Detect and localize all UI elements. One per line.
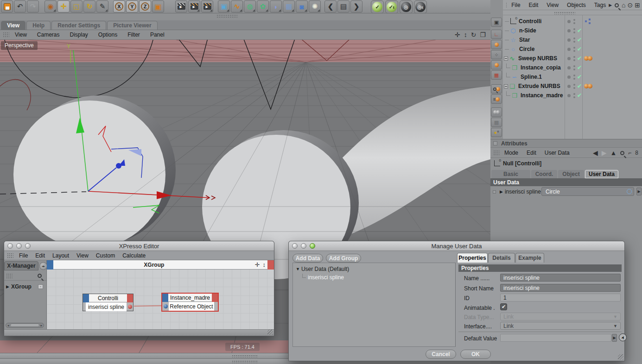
render-active-button[interactable]	[188, 0, 200, 13]
move-button[interactable]: ✛	[57, 0, 70, 13]
coordinate-system-button[interactable]: ▣	[152, 0, 164, 13]
object-row-controlli[interactable]: Controlli	[503, 17, 642, 26]
om-menu-file[interactable]: File	[511, 2, 520, 8]
xgroup-output-port-area[interactable]	[267, 260, 274, 270]
cancel-button[interactable]: Cancel	[426, 350, 456, 359]
user-data-section-header[interactable]: User Data	[490, 178, 642, 186]
om-home-icon[interactable]: ⌂	[622, 1, 625, 9]
workplane-icon[interactable]: ▣	[491, 18, 502, 27]
xgroup-scale-icon[interactable]: ↕	[263, 261, 266, 268]
node-instance-madre[interactable]: Instance_madre Reference Object	[161, 293, 219, 312]
attr-menu-edit[interactable]: Edit	[527, 150, 536, 156]
animatable-checkbox[interactable]: ✔	[500, 303, 507, 310]
name-field[interactable]: inserisci spline	[500, 274, 621, 282]
param-expand-icon[interactable]: ▶	[500, 189, 503, 194]
lock-y-button[interactable]: Y	[126, 0, 138, 13]
add-camera-button[interactable]: ◙	[296, 0, 308, 13]
attr-search-icon[interactable]	[620, 149, 624, 157]
prev-frame-button[interactable]: ❮	[324, 0, 337, 13]
xp-menu-calculate[interactable]: Calculate	[122, 252, 146, 259]
edge-mode-icon[interactable]	[491, 60, 502, 69]
add-data-button[interactable]: Add Data	[292, 254, 323, 263]
short-name-field[interactable]: inserisci spline	[500, 284, 621, 292]
menu-options[interactable]: Options	[98, 31, 117, 38]
tab-example[interactable]: Example	[515, 253, 544, 263]
tab-details[interactable]: Details	[488, 253, 515, 263]
xp-menu-file[interactable]: File	[19, 252, 28, 259]
rotate-button[interactable]: ↻	[83, 0, 95, 13]
keyframe-tools-icon[interactable]: ●°	[491, 128, 502, 137]
attributes-lock-checkbox[interactable]	[493, 141, 497, 145]
default-value-menu-button[interactable]: ▶	[612, 334, 617, 342]
enable-generators-icon[interactable]: ▩	[491, 118, 502, 127]
ok-button[interactable]: OK	[460, 350, 491, 359]
om-menu-tags[interactable]: Tags	[594, 2, 606, 8]
xgroup-input-port-area[interactable]	[47, 260, 53, 270]
om-menu-edit[interactable]: Edit	[529, 2, 539, 8]
add-nurbs-button[interactable]: ◍	[244, 0, 256, 13]
viewport-view-label[interactable]: Perspective	[1, 41, 38, 50]
add-floor-button[interactable]: ▦	[283, 0, 295, 13]
om-search-icon[interactable]	[615, 1, 619, 9]
om-more-icon[interactable]: ▶	[609, 3, 612, 7]
save-button[interactable]	[1, 0, 13, 13]
scale-button[interactable]: ◱	[70, 0, 83, 13]
node-output-zone[interactable]	[212, 294, 218, 302]
attr-menu-mode[interactable]: Mode	[504, 150, 518, 156]
menu-filter[interactable]: Filter	[127, 31, 140, 38]
xp-menu-edit[interactable]: Edit	[35, 252, 45, 259]
tree-child-row[interactable]: inserisci spline	[302, 274, 455, 281]
disc-left[interactable]	[13, 100, 165, 249]
dialog-titlebar[interactable]: Manage User Data	[289, 241, 624, 251]
scroll-left-icon[interactable]: ◂	[7, 324, 9, 327]
tab-help[interactable]: Help	[26, 21, 51, 30]
xpresso-titlebar[interactable]: XPresso Editor	[4, 241, 274, 251]
add-deformer-button[interactable]: ◗	[270, 0, 282, 13]
point-mode-icon[interactable]: ⁘	[491, 50, 502, 59]
xgroup-tree-item[interactable]: ▶ XGroup ▫	[6, 283, 43, 290]
lock-x-button[interactable]: X	[113, 0, 125, 13]
node-input-zone[interactable]	[83, 294, 89, 302]
xp-menu-custom[interactable]: Custom	[96, 252, 115, 259]
enabled-check[interactable]: ✔	[577, 64, 582, 71]
sidebar-scrollbar[interactable]: ◂▸	[6, 323, 44, 328]
param-keyframe-box[interactable]	[493, 190, 496, 194]
menu-drag-handle[interactable]	[3, 32, 9, 38]
node-input-zone[interactable]	[162, 294, 168, 302]
xgroup-header[interactable]: XGroup ✛ ↕	[47, 260, 274, 270]
tab-view[interactable]: View	[1, 21, 25, 30]
link-menu-button[interactable]: ▶	[636, 188, 642, 195]
tab-properties[interactable]: Properties	[457, 253, 488, 263]
parent-object-icon[interactable]: ▲	[610, 149, 617, 157]
data-type-dropdown[interactable]: Link ▼	[500, 313, 621, 320]
menu-cameras[interactable]: Cameras	[37, 31, 60, 38]
tab-render-settings[interactable]: Render Settings	[51, 21, 106, 30]
scroll-right-icon[interactable]: ▸	[40, 324, 42, 327]
collapse-toggle[interactable]	[504, 56, 508, 61]
camera-move-icon[interactable]: ✛	[455, 31, 460, 38]
next-frame-button[interactable]: ❯	[350, 0, 362, 13]
object-row-instance-copia[interactable]: ❒ Instance_copia ✔	[503, 63, 642, 72]
add-light-button[interactable]: ✺	[309, 0, 321, 13]
tag-icon[interactable]	[588, 56, 592, 61]
undo-button[interactable]: ↶	[14, 0, 26, 13]
object-row-instance-madre[interactable]: ❒ Instance_madre ✔	[503, 91, 642, 100]
enabled-check[interactable]: ✔	[577, 37, 582, 43]
tag-icon[interactable]	[588, 84, 592, 88]
polygon-mode-icon[interactable]: ▦	[491, 70, 502, 80]
menu-display[interactable]: Display	[70, 31, 88, 38]
visibility-dots[interactable]	[573, 19, 575, 24]
input-port[interactable]	[164, 304, 168, 308]
enabled-check[interactable]: ✔	[577, 55, 582, 62]
tree-collapse-icon[interactable]: ▼	[296, 267, 300, 271]
interface-dropdown[interactable]: Link ▼	[500, 322, 621, 330]
camera-zoom-icon[interactable]: ↕	[464, 31, 467, 38]
viewport-solo-icon[interactable]	[491, 84, 502, 94]
attr-lock-icon[interactable]: ⌐	[628, 150, 631, 156]
tab-coord[interactable]: Coord.	[531, 170, 557, 178]
node-controlli[interactable]: Controlli inserisci spline	[83, 294, 133, 311]
om-menu-objects[interactable]: Objects	[567, 2, 586, 8]
menu-panel[interactable]: Panel	[150, 31, 165, 38]
object-row-nside[interactable]: ⬡ n-Side ✔	[503, 26, 642, 35]
toggle-view-icon[interactable]: ❐	[480, 31, 486, 38]
